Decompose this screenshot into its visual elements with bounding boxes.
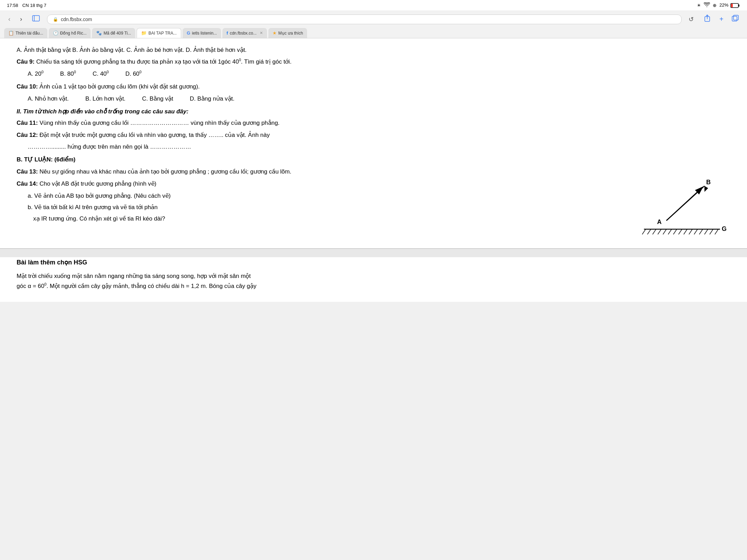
add-tab-button[interactable]: + (717, 13, 726, 25)
tab-label-2: Đồng hồ Ric... (60, 31, 87, 36)
q14b-text2: xạ IR tương ứng. Có nhận xét gì về tia R… (33, 215, 165, 222)
hsg-paragraph: Mặt trời chiếu xuống mặt sân nằm ngang n… (17, 271, 730, 281)
question-14: Câu 14: Cho vật AB đặt trước gương phẳng… (17, 179, 627, 189)
q12-text: Đặt một vật trước một gương cầu lồi và n… (39, 132, 270, 138)
forward-button[interactable]: › (17, 14, 25, 24)
tab-icon-3: 🐾 (96, 30, 102, 36)
q9-answers: A. 200 B. 800 C. 400 D. 600 (28, 69, 730, 79)
svg-line-26 (710, 229, 713, 234)
q9-label: Câu 9: (17, 58, 35, 65)
q12-text2: …………......... hứng được trên màn nên gọi… (28, 143, 191, 150)
location-icon: ⊕ (713, 3, 717, 8)
section2-heading: II. Tìm từ thích hợp điền vào chỗ trống … (17, 107, 730, 117)
q14a-text: a. Vẽ ảnh của AB tạo bởi gương phẳng. (N… (28, 193, 170, 199)
tab-bai-tap[interactable]: 📁 BAI TAP TRA... (137, 28, 181, 38)
q13-label: Câu 13: (17, 168, 38, 175)
svg-rect-3 (33, 16, 39, 21)
section2-heading-text: II. Tìm từ thích hợp điền vào chỗ trống … (17, 108, 188, 115)
tab-cdn[interactable]: f cdn.fbsbx.co... ✕ (222, 28, 267, 38)
q14-diagram: B A (634, 176, 730, 238)
q9-a: A. 200 (28, 69, 44, 79)
section-b-heading: B. TỰ LUẬN: (6điểm) (17, 155, 730, 165)
hsg-paragraph2: góc α = 600. Một người cầm cây gậy mảnh,… (17, 281, 730, 291)
q13-text: Nêu sự giống nhau và khác nhau của ảnh t… (39, 168, 291, 175)
share-button[interactable] (701, 13, 714, 25)
url-text: cdn.fbsbx.com (61, 17, 92, 22)
back-button[interactable]: ‹ (6, 14, 13, 24)
q14a: a. Vẽ ảnh của AB tạo bởi gương phẳng. (N… (28, 191, 627, 201)
tab-label-3: Mã đề 409 Ti... (103, 31, 131, 36)
tab-icon-2: 🕐 (53, 30, 58, 36)
q9-text: Chiếu tia sáng tới gương phẳng ta thu đư… (36, 58, 292, 65)
status-left: 17:58 CN 18 thg 7 (7, 3, 46, 8)
question-13: Câu 13: Nêu sự giống nhau và khác nhau c… (17, 167, 730, 177)
svg-line-15 (653, 229, 656, 234)
content-area: A. Ảnh thật bằng vật B. Ảnh ảo bằng vật.… (0, 38, 747, 302)
prev-answers-text: A. Ảnh thật bằng vật B. Ảnh ảo bằng vật.… (17, 47, 247, 53)
q10-label: Câu 10: (17, 83, 38, 90)
svg-line-11 (666, 187, 703, 221)
tab-close-6[interactable]: ✕ (260, 31, 263, 35)
hsg-section: Bài làm thêm chọn HSG Mặt trời chiếu xuố… (0, 257, 747, 302)
svg-line-14 (647, 229, 651, 234)
tabs-button[interactable] (729, 13, 741, 25)
question-14-container: Câu 14: Cho vật AB đặt trước gương phẳng… (17, 179, 730, 238)
tab-label-5: ietls listenin... (192, 31, 217, 36)
hsg-title: Bài làm thêm chọn HSG (17, 257, 730, 268)
status-bar: 17:58 CN 18 thg 7 ☀ ⊕ 22% (0, 0, 747, 10)
lock-icon: 🔒 (53, 17, 58, 22)
svg-rect-7 (734, 15, 738, 20)
svg-line-20 (679, 229, 682, 234)
svg-line-23 (694, 229, 698, 234)
wifi-icon (704, 2, 710, 8)
tab-icon-4: 📁 (141, 30, 147, 36)
address-bar[interactable]: 🔒 cdn.fbsbx.com (47, 15, 682, 24)
q9-b: B. 800 (60, 69, 76, 79)
tab-label-4: BAI TAP TRA... (148, 31, 177, 36)
q10-answers: A. Nhỏ hơn vật. B. Lớn hơn vật. C. Bằng … (28, 94, 730, 104)
status-time: 17:58 (7, 3, 18, 8)
tab-label-1: Thiên tài đầu... (16, 31, 43, 36)
prev-answers-line: A. Ảnh thật bằng vật B. Ảnh ảo bằng vật.… (17, 45, 730, 55)
q10-text: Ảnh của 1 vật tạo bởi gương cầu lõm (khi… (39, 83, 200, 90)
bookmarks-button[interactable] (29, 13, 43, 25)
svg-line-17 (663, 229, 666, 234)
diagram-a-label: A (657, 218, 662, 225)
svg-line-13 (642, 229, 646, 234)
brightness-icon: ☀ (697, 3, 701, 8)
tab-label-6: cdn.fbsbx.co... (230, 31, 256, 36)
svg-rect-6 (732, 16, 737, 21)
tab-ma-de[interactable]: 🐾 Mã đề 409 Ti... (92, 28, 135, 38)
tab-ietls[interactable]: G ietls listenin... (183, 28, 221, 38)
q10-b: B. Lớn hơn vật. (85, 94, 126, 104)
tab-icon-5: G (187, 30, 190, 36)
question-9: Câu 9: Chiếu tia sáng tới gương phẳng ta… (17, 57, 730, 67)
question-10: Câu 10: Ảnh của 1 vật tạo bởi gương cầu … (17, 82, 730, 92)
section-b-label: B. TỰ LUẬN: (17, 156, 54, 163)
svg-line-24 (699, 229, 703, 234)
question-12: Câu 12: Đặt một vật trước một gương cầu … (17, 130, 730, 140)
hsg-text2: góc α = 600. Một người cầm cây gậy mảnh,… (17, 283, 256, 289)
status-right: ☀ ⊕ 22% (697, 2, 740, 8)
q10-a: A. Nhỏ hơn vật. (28, 94, 69, 104)
tab-dong-ho[interactable]: 🕐 Đồng hồ Ric... (49, 28, 91, 38)
q14b-line1: b. Vẽ tia tới bất kì AI trên gương và vẽ… (28, 203, 627, 213)
q14-text: Cho vật AB đặt trước gương phẳng (hình v… (39, 180, 156, 187)
q9-d: D. 600 (125, 69, 141, 79)
tab-muc-ua-thich[interactable]: ★ Mục ưa thích (268, 28, 307, 38)
q10-d: D. Bằng nửa vật. (190, 94, 234, 104)
status-day: CN 18 thg 7 (22, 3, 46, 8)
diagram-g-label: G (722, 225, 727, 232)
q14b-text: b. Vẽ tia tới bất kì AI trên gương và vẽ… (28, 204, 158, 211)
svg-line-27 (715, 229, 718, 234)
q10-c: C. Bằng vật (142, 94, 173, 104)
q9-c: C. 400 (93, 69, 109, 79)
svg-line-21 (684, 229, 687, 234)
q12-label: Câu 12: (17, 132, 38, 138)
reload-button[interactable]: ↺ (686, 14, 697, 25)
gray-spacer (0, 249, 747, 257)
battery-text: 22% (719, 2, 740, 8)
svg-line-16 (658, 229, 661, 234)
tab-thien-tai[interactable]: 📋 Thiên tài đầu... (4, 28, 47, 38)
svg-rect-2 (731, 4, 733, 7)
